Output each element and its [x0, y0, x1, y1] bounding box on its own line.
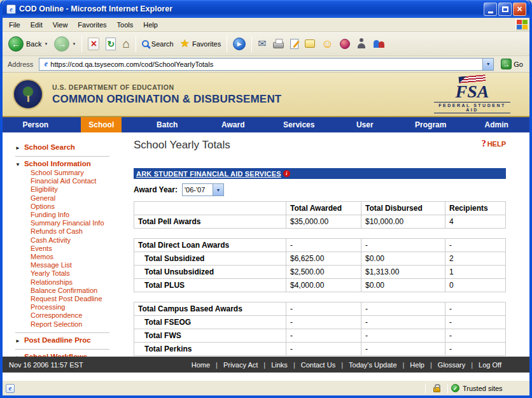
main-content: School Yearly Totals ? HELP ARK STUDENT … [127, 132, 529, 357]
nav-tab-person[interactable]: Person [3, 117, 69, 132]
sidebar-item-options[interactable]: Options [31, 203, 109, 211]
stop-button[interactable]: × [85, 34, 102, 54]
url-field[interactable] [50, 60, 482, 68]
forward-button[interactable]: → ▼ [51, 34, 79, 54]
community-button[interactable] [370, 34, 389, 54]
print-button[interactable] [270, 34, 287, 54]
nav-tab-services[interactable]: Services [266, 117, 332, 132]
address-dropdown-icon[interactable]: ▼ [482, 59, 493, 70]
table-row-total-fws: Total FWS--- [134, 329, 506, 343]
profile-button[interactable] [353, 34, 370, 54]
nav-tab-award[interactable]: Award [200, 117, 267, 132]
footer-timestamp: Nov 16 2006 11:57 EST [9, 361, 83, 369]
menu-help[interactable]: Help [138, 19, 163, 31]
sidebar-header-school-workflows[interactable]: ►School Workflows [15, 352, 109, 357]
sidebar-item-yearly-totals[interactable]: Yearly Totals [31, 269, 109, 278]
row-value: - [445, 238, 506, 252]
media-button[interactable]: ▶ [230, 34, 249, 54]
close-button[interactable]: × [513, 3, 526, 16]
award-year-select[interactable]: '06-'07 ▼ [182, 183, 224, 196]
nav-tab-admin[interactable]: Admin [464, 117, 530, 132]
home-icon: ⌂ [122, 38, 129, 50]
footer-link-links[interactable]: Links [271, 361, 288, 369]
nav-tab-program[interactable]: Program [398, 117, 464, 132]
title-bar[interactable]: e COD Online - Microsoft Internet Explor… [3, 0, 529, 18]
sidebar-item-relationships[interactable]: Relationships [31, 278, 109, 287]
menu-edit[interactable]: Edit [25, 19, 48, 31]
menu-file[interactable]: File [4, 19, 25, 31]
row-value: - [286, 302, 361, 316]
sidebar-header-post-deadline-proc[interactable]: ►Post Deadline Proc [15, 335, 109, 345]
favorites-button[interactable]: ★ Favorites [177, 34, 225, 54]
sidebar-item-school-summary[interactable]: School Summary [31, 169, 109, 177]
table-header-row: Total AwardedTotal DisbursedRecipients [134, 201, 506, 215]
window-controls: × [482, 3, 526, 16]
menu-favorites[interactable]: Favorites [73, 19, 111, 31]
info-icon[interactable]: i [283, 170, 290, 177]
sidebar-item-correspondence[interactable]: Correspondence [31, 311, 109, 320]
nav-tab-batch[interactable]: Batch [134, 117, 200, 132]
footer-link-today-s-update[interactable]: Today's Update [349, 361, 396, 369]
toolbar-separator [227, 36, 227, 52]
sidebar-item-report-selection[interactable]: Report Selection [31, 320, 109, 329]
sidebar-item-general[interactable]: General [31, 194, 109, 203]
maximize-button[interactable] [498, 3, 512, 16]
toolbar-separator [81, 36, 82, 52]
discuss-button[interactable] [302, 34, 318, 54]
row-value: - [361, 316, 445, 329]
triangle-right-icon: ► [15, 338, 20, 344]
nav-tab-label: Award [219, 117, 247, 132]
sidebar-item-summary-financial-info[interactable]: Summary Financial Info [31, 219, 109, 227]
home-button[interactable]: ⌂ [119, 34, 132, 54]
forward-dropdown-icon[interactable]: ▼ [72, 42, 76, 46]
sidebar-item-request-post-deadline[interactable]: Request Post Deadline [31, 295, 109, 303]
back-button[interactable]: ← Back ▼ [5, 34, 51, 54]
stop-icon: × [88, 38, 99, 50]
sidebar-item-financial-aid-contact[interactable]: Financial Aid Contact [31, 177, 109, 185]
back-dropdown-icon[interactable]: ▼ [44, 42, 48, 46]
sidebar-item-processing[interactable]: Processing [31, 303, 109, 311]
menu-bar: FileEditViewFavoritesToolsHelp [3, 18, 529, 32]
row-value: - [286, 316, 361, 329]
refresh-button[interactable]: ↻ [102, 34, 119, 54]
sidebar-item-memos[interactable]: Memos [31, 253, 109, 261]
address-input-box[interactable]: e ▼ [39, 58, 494, 71]
footer-link-privacy-act[interactable]: Privacy Act [223, 361, 258, 369]
sidebar-item-cash-activity[interactable]: Cash Activity [31, 236, 109, 245]
help-link[interactable]: ? HELP [482, 139, 506, 149]
nav-tab-school[interactable]: School [69, 117, 135, 132]
sidebar-item-refunds-of-cash[interactable]: Refunds of Cash [31, 227, 109, 236]
footer-link-contact-us[interactable]: Contact Us [301, 361, 335, 369]
mail-button[interactable]: ✉ [255, 34, 269, 54]
nav-tab-user[interactable]: User [332, 117, 398, 132]
school-name-link[interactable]: ARK STUDENT FINANCIAL AID SERVICES [136, 170, 281, 178]
sidebar-item-balance-confirmation[interactable]: Balance Confirmation [31, 287, 109, 295]
fsa-logo: FSA FEDERAL STUDENT AID [434, 76, 510, 113]
footer-link-glossary[interactable]: Glossary [438, 361, 465, 369]
minimize-button[interactable] [484, 3, 497, 16]
triangle-down-icon: ▼ [15, 162, 20, 167]
footer-link-help[interactable]: Help [410, 361, 424, 369]
launch-button[interactable] [337, 34, 353, 54]
sidebar: ►School Search▼School InformationSchool … [3, 132, 127, 357]
messenger-button[interactable]: ☺ [318, 34, 337, 54]
sidebar-header-school-search[interactable]: ►School Search [15, 142, 109, 152]
sidebar-section-school-workflows: ►School Workflows [15, 350, 109, 357]
menu-tools[interactable]: Tools [112, 19, 139, 31]
row-label: Total FWS [134, 329, 286, 343]
sidebar-item-message-list[interactable]: Message List [31, 261, 109, 269]
menu-view[interactable]: View [48, 19, 73, 31]
footer-link-home[interactable]: Home [192, 361, 210, 369]
go-icon: → [501, 59, 512, 69]
footer-divider: | [263, 361, 265, 369]
edit-button[interactable] [287, 34, 302, 54]
sidebar-item-events[interactable]: Events [31, 245, 109, 253]
table-column-header-recipients: Recipients [445, 201, 506, 215]
sidebar-item-eligibility[interactable]: Eligibility [31, 185, 109, 194]
row-value: - [361, 302, 445, 316]
footer-link-log-off[interactable]: Log Off [479, 361, 501, 369]
go-button[interactable]: → Go [497, 57, 527, 71]
sidebar-item-funding-info[interactable]: Funding Info [31, 211, 109, 219]
search-button[interactable]: Search [139, 34, 177, 54]
sidebar-header-school-information[interactable]: ▼School Information [15, 159, 109, 169]
